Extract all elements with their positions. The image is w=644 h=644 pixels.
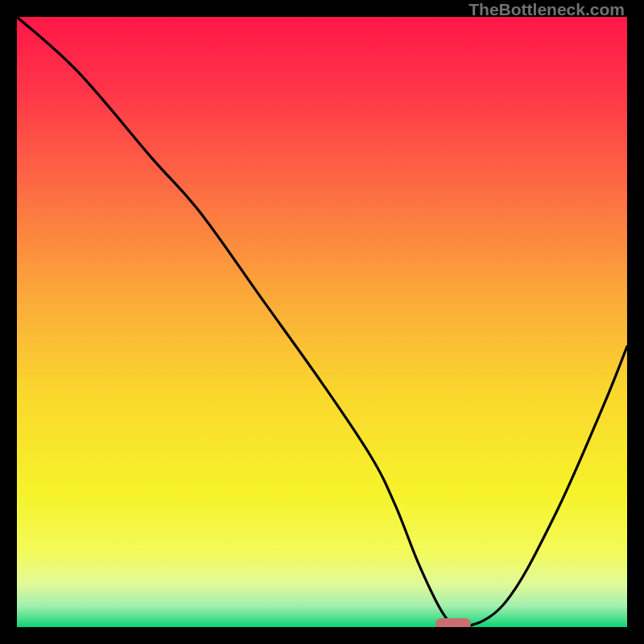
optimal-marker: [436, 618, 471, 627]
chart-container: TheBottleneck.com: [0, 0, 644, 644]
plot-area: [17, 17, 627, 627]
chart-svg: [17, 17, 627, 627]
gradient-background: [17, 17, 627, 627]
watermark-text: TheBottleneck.com: [469, 0, 625, 19]
